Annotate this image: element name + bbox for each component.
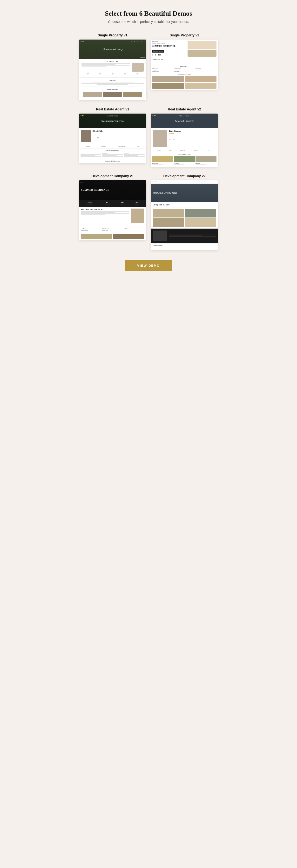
dc1-feat-6: Club & Wellness (124, 228, 144, 229)
rea1-test-3: ★★★★★ (124, 152, 145, 157)
sp1-gal-img-2 (103, 92, 122, 97)
dc2-hero: Innovative Living Spaces (151, 184, 218, 202)
rea1-logo-wsj: WSJ (137, 146, 139, 147)
dc1-stat-1: 2022 YEAR ESTABLISHED (87, 202, 94, 205)
dc1-feat-5: Ecological Materials (102, 228, 123, 229)
rea1-agent-photo (81, 130, 91, 142)
demos-grid: Single Property v1 LINDEN Home · About ·… (79, 33, 218, 250)
window-minimize (82, 115, 83, 116)
sp2-img-top (188, 41, 217, 50)
demo-sp1: Single Property v1 LINDEN Home · About ·… (79, 33, 146, 100)
dc2-logo: LINDEN (152, 181, 157, 183)
rea2-agent-name: Kate Atkinson (169, 130, 216, 132)
sp1-gallery-images (81, 91, 144, 98)
dc1-stat-num-4: 168 (135, 202, 138, 204)
dc2-nav-link-4: About (214, 182, 217, 183)
rea2-hero: KATE ATKINSON Selected Property (151, 114, 218, 128)
sp2-right-col (188, 41, 217, 57)
dc2-nav: LINDEN Home Properties Neighborhoods Abo… (151, 180, 218, 184)
dc1-hero: LINDEN SUMMER RESIDENCE (79, 180, 146, 199)
sp1-gallery-title: Property Gallery (81, 89, 144, 90)
demo-rea2-preview[interactable]: KATE ATKINSON Selected Property Kate Atk… (151, 114, 218, 167)
dc1-hero-title: SUMMER RESIDENCE (81, 188, 144, 191)
dc2-hero-title: Innovative Living Spaces (153, 191, 177, 194)
rea1-agent-info: Albert Mills Albert Mills (93, 130, 144, 142)
sp2-stat-2: 2 (155, 54, 156, 56)
sp2-gal-2 (185, 76, 217, 82)
dc1-stat-num-1: 2022 (87, 202, 94, 204)
view-demo-button[interactable]: VIEW DEMO (125, 260, 172, 271)
dc2-nav-link-1: Home (201, 182, 203, 183)
dc1-gallery (79, 232, 146, 240)
demo-dc2-preview[interactable]: LINDEN Home Properties Neighborhoods Abo… (151, 180, 218, 250)
rea2-prop-img-3 (196, 156, 217, 162)
dc1-stat-label-1: YEAR ESTABLISHED (87, 204, 94, 205)
dc1-logo: LINDEN (80, 182, 86, 183)
dc1-stats-row: 2022 YEAR ESTABLISHED 84 PROPERTIES 942 … (79, 199, 146, 207)
dc1-features-section: Comfort Location Award Winning Design Sp… (79, 225, 146, 232)
sp1-interior-img (132, 63, 144, 72)
demo-rea1-preview[interactable]: ALBERT MILLS Prestigious Properties Albe… (79, 114, 146, 163)
rea2-prop-name-2: Los Angeles (174, 163, 195, 164)
rea1-stars-1: ★★★★★ (80, 152, 101, 154)
rea1-neigh-title: Featured Neighborhoods (80, 160, 145, 162)
sp2-feature-1: Comfort Location (152, 68, 173, 69)
dc1-concept-title: THE CONCEPT OF LUXURY (81, 209, 129, 211)
dc2-nav-links: Home Properties Neighborhoods About (201, 182, 217, 183)
demo-sp2: Single Property v2 LINDEN SUMMER RESIDEN… (151, 33, 218, 100)
rea1-logo-forbes: Forbes (86, 146, 90, 147)
sp2-hero-title: SUMMER RESIDENCE (152, 45, 187, 48)
window-close (80, 115, 81, 116)
sp1-place-section: A Place to Live (79, 59, 146, 78)
sp2-gallery-grid (152, 76, 217, 89)
sp2-nav (152, 43, 187, 44)
dc1-stat-4: 168 AWARDS (135, 202, 138, 205)
sp2-feature-8: Spacious Terrace (174, 71, 195, 72)
sp2-feature-6: Club & Wellness (196, 70, 217, 71)
dc2-liv-img-4 (185, 218, 216, 227)
sp1-features-title: Features (81, 80, 144, 81)
dc1-stat-label-3: CLIENTS (121, 204, 124, 205)
rea1-hero-logo: ALBERT MILLS (107, 115, 118, 117)
sp2-gallery-section: PROPERTY GALLERY (151, 73, 218, 90)
rea2-stars: ★★★★★ (169, 133, 216, 134)
sp1-hero-price: $1,000,000 (140, 57, 145, 58)
demo-sp1-preview[interactable]: LINDEN Home · About · Gallery · Contact … (79, 39, 146, 100)
rea1-logo-economist: The Economist (118, 146, 125, 147)
sp1-place-title: A Place to Live (81, 61, 144, 62)
sp2-stats: 1 2 120 (152, 54, 187, 56)
rea2-prop-1: Beverly Hills (152, 156, 173, 165)
rea2-hero-title: Selected Property (175, 119, 194, 122)
dc2-living-grid (153, 209, 216, 227)
rea2-logo-media: media.slate (206, 150, 212, 151)
sp2-stat-1: 1 (152, 54, 153, 56)
rea2-props-grid: Beverly Hills Los Angeles Barcelona (151, 156, 218, 167)
rea2-prop-3: Barcelona (196, 156, 217, 165)
dc1-content: THE CONCEPT OF LUXURY (79, 207, 146, 225)
page-header: Select from 6 Beautiful Demos Choose one… (79, 10, 218, 24)
sp1-gallery-section: Property Gallery (79, 87, 146, 100)
sp1-feature-5 (136, 72, 138, 74)
demo-rea2-label: Real Estate Agent v2 (168, 107, 201, 111)
rea1-stars-3: ★★★★★ (124, 152, 145, 154)
sp2-gal-4 (185, 83, 217, 89)
demo-dc1-preview[interactable]: LINDEN SUMMER RESIDENCE 2022 YEAR ESTABL… (79, 180, 146, 240)
rea1-agent-section: Albert Mills Albert Mills (79, 128, 146, 144)
rea2-close (152, 115, 153, 116)
demo-sp2-preview[interactable]: LINDEN SUMMER RESIDENCE From $999,000 + … (151, 39, 218, 90)
sp2-stat-3: 120 (158, 54, 161, 56)
rea1-agent-name: Albert Mills (93, 130, 144, 132)
sp2-feature-2: Award Winning Design (174, 68, 195, 69)
dc1-feat-1: Comfort Location (81, 227, 101, 227)
demo-sp2-label: Single Property v2 (170, 33, 199, 37)
sp2-img-bottom (188, 50, 217, 57)
sp1-logo: LINDEN (80, 41, 84, 42)
page-subtitle: Choose one which is perfectly suitable f… (79, 20, 218, 24)
rea1-agent-sig: Albert Mills (93, 137, 144, 138)
dc1-feat-2: Award Winning Design (102, 227, 123, 227)
dc1-stat-label-2: PROPERTIES (105, 204, 109, 205)
demo-rea2: Real Estate Agent v2 KATE ATKINSON Selec… (151, 107, 218, 167)
rea1-test-grid: ★★★★★ ★★★★★ ★★★★★ (80, 152, 145, 157)
dc1-hero-top: LINDEN (80, 182, 145, 183)
rea2-logo-dezeen: DEZEEN (194, 150, 198, 151)
